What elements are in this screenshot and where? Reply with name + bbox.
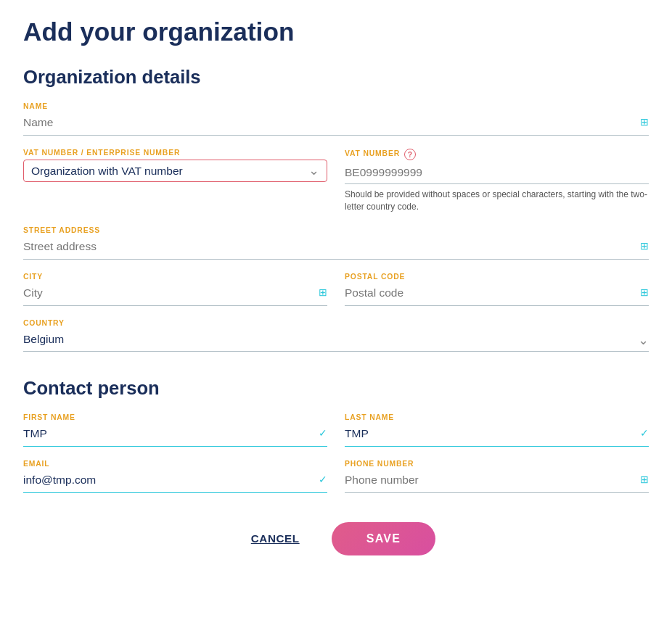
street-field-icon: ⊞ [640, 240, 649, 252]
name-input[interactable] [23, 113, 649, 131]
first-name-input-wrapper: ✓ [23, 424, 327, 447]
cancel-button[interactable]: CANCEL [237, 525, 314, 552]
first-name-label: FIRST NAME [23, 413, 327, 421]
email-col: EMAIL ✓ [23, 460, 327, 493]
country-select[interactable]: Belgium Netherlands France Germany Unite… [23, 330, 649, 347]
email-check-icon: ✓ [319, 474, 327, 485]
first-name-check-icon: ✓ [319, 427, 327, 439]
name-input-wrapper: ⊞ [23, 113, 649, 136]
vat-enterprise-label: VAT NUMBER / ENTERPRISE NUMBER [23, 149, 327, 157]
vat-number-label: VAT NUMBER [345, 149, 400, 157]
vat-enterprise-select[interactable]: Organization with VAT number Organizatio… [31, 165, 319, 177]
vat-row: VAT NUMBER / ENTERPRISE NUMBER Organizat… [23, 149, 649, 213]
last-name-check-icon: ✓ [640, 427, 649, 439]
phone-input-wrapper: ⊞ [345, 471, 649, 493]
city-input-wrapper: ⊞ [23, 284, 327, 306]
page-title: Add your organization [23, 17, 649, 46]
country-field-row: COUNTRY Belgium Netherlands France Germa… [23, 319, 649, 352]
button-row: CANCEL SAVE [23, 522, 649, 570]
vat-number-col: VAT NUMBER ? Should be provided without … [345, 149, 649, 213]
email-input[interactable] [23, 471, 327, 488]
last-name-input[interactable] [345, 424, 649, 442]
street-input-wrapper: ⊞ [23, 237, 649, 260]
street-input[interactable] [23, 237, 649, 255]
phone-col: PHONE NUMBER ⊞ [345, 460, 649, 493]
postal-label: POSTAL CODE [345, 273, 649, 281]
first-name-col: FIRST NAME ✓ [23, 413, 327, 447]
vat-enterprise-col: VAT NUMBER / ENTERPRISE NUMBER Organizat… [23, 149, 327, 213]
vat-number-label-row: VAT NUMBER ? [345, 149, 649, 160]
postal-input[interactable] [345, 284, 649, 301]
postal-input-wrapper: ⊞ [345, 284, 649, 306]
phone-label: PHONE NUMBER [345, 460, 649, 468]
street-field-row: STREET ADDRESS ⊞ [23, 226, 649, 260]
street-field-col: STREET ADDRESS ⊞ [23, 226, 649, 260]
last-name-label: LAST NAME [345, 413, 649, 421]
city-postal-row: CITY ⊞ POSTAL CODE ⊞ [23, 273, 649, 306]
vat-enterprise-select-wrapper: Organization with VAT number Organizatio… [23, 160, 327, 182]
city-label: CITY [23, 273, 327, 281]
email-phone-row: EMAIL ✓ PHONE NUMBER ⊞ [23, 460, 649, 493]
contact-heading: Contact person [23, 378, 649, 399]
postal-field-icon: ⊞ [640, 286, 649, 298]
name-field-col: NAME ⊞ [23, 102, 649, 136]
name-field-icon: ⊞ [640, 116, 649, 128]
country-select-wrapper: Belgium Netherlands France Germany Unite… [23, 330, 649, 352]
phone-input[interactable] [345, 471, 649, 488]
postal-col: POSTAL CODE ⊞ [345, 273, 649, 306]
city-field-icon: ⊞ [319, 286, 327, 298]
email-input-wrapper: ✓ [23, 471, 327, 493]
country-label: COUNTRY [23, 319, 649, 327]
name-field-row: NAME ⊞ [23, 102, 649, 136]
save-button[interactable]: SAVE [332, 522, 436, 555]
last-name-input-wrapper: ✓ [345, 424, 649, 447]
city-col: CITY ⊞ [23, 273, 327, 306]
vat-hint-text: Should be provided without spaces or spe… [345, 189, 649, 213]
vat-help-icon[interactable]: ? [404, 149, 416, 160]
org-details-section: Organization details NAME ⊞ VAT NUMBER /… [23, 67, 649, 352]
name-label: NAME [23, 102, 649, 110]
street-label: STREET ADDRESS [23, 226, 649, 234]
first-name-input[interactable] [23, 424, 327, 442]
vat-number-input[interactable] [345, 163, 649, 184]
contact-person-section: Contact person FIRST NAME ✓ LAST NAME ✓ … [23, 378, 649, 493]
phone-field-icon: ⊞ [640, 474, 649, 485]
email-label: EMAIL [23, 460, 327, 468]
last-name-col: LAST NAME ✓ [345, 413, 649, 447]
name-row: FIRST NAME ✓ LAST NAME ✓ [23, 413, 649, 447]
city-input[interactable] [23, 284, 327, 301]
org-details-heading: Organization details [23, 67, 649, 88]
country-field-col: COUNTRY Belgium Netherlands France Germa… [23, 319, 649, 352]
